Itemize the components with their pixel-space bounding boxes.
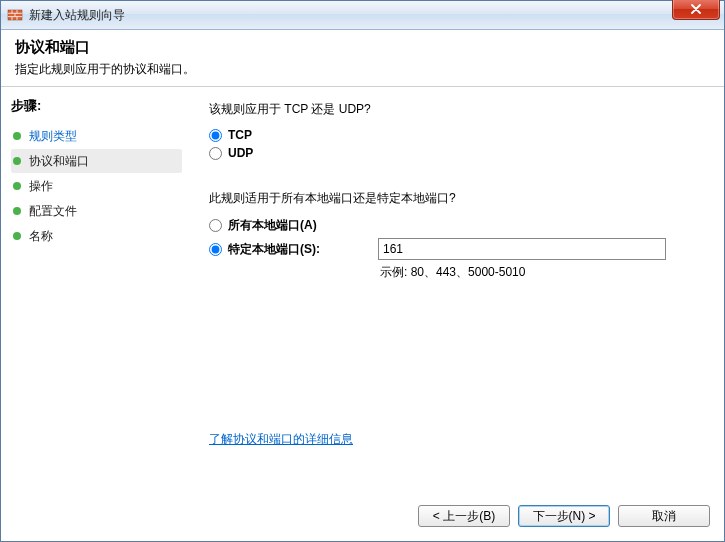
wizard-window: 新建入站规则向导 协议和端口 指定此规则应用于的协议和端口。 步骤: 规则类型 … [0,0,725,542]
titlebar: 新建入站规则向导 [1,1,724,30]
step-name[interactable]: 名称 [11,224,182,248]
next-button[interactable]: 下一步(N) > [518,505,610,527]
bullet-icon [13,157,21,165]
step-protocol-ports[interactable]: 协议和端口 [11,149,182,173]
body: 步骤: 规则类型 协议和端口 操作 配置文件 名称 [1,87,724,491]
port-input[interactable] [378,238,666,260]
steps-heading: 步骤: [11,97,182,115]
firewall-icon [7,7,23,23]
step-profile[interactable]: 配置文件 [11,199,182,223]
step-action[interactable]: 操作 [11,174,182,198]
page-subtitle: 指定此规则应用于的协议和端口。 [15,61,710,78]
radio-row-tcp: TCP [209,128,704,142]
radio-all-ports-label: 所有本地端口(A) [228,217,317,234]
bullet-icon [13,132,21,140]
learn-more-link[interactable]: 了解协议和端口的详细信息 [209,431,353,448]
close-button[interactable] [672,0,720,20]
radio-udp[interactable] [209,147,222,160]
port-example: 示例: 80、443、5000-5010 [380,264,704,281]
bullet-icon [13,232,21,240]
step-label: 规则类型 [29,128,77,145]
step-label: 操作 [29,178,53,195]
radio-tcp[interactable] [209,129,222,142]
content: 该规则应用于 TCP 还是 UDP? TCP UDP 此规则适用于所有本地端口还… [189,87,724,491]
radio-udp-label: UDP [228,146,253,160]
bullet-icon [13,207,21,215]
step-label: 协议和端口 [29,153,89,170]
header: 协议和端口 指定此规则应用于的协议和端口。 [1,30,724,87]
radio-row-udp: UDP [209,146,704,160]
steps-sidebar: 步骤: 规则类型 协议和端口 操作 配置文件 名称 [1,87,189,491]
cancel-button[interactable]: 取消 [618,505,710,527]
question-ports: 此规则适用于所有本地端口还是特定本地端口? [209,190,704,207]
step-label: 名称 [29,228,53,245]
radio-tcp-label: TCP [228,128,252,142]
radio-row-all-ports: 所有本地端口(A) [209,217,704,234]
step-rule-type[interactable]: 规则类型 [11,124,182,148]
bullet-icon [13,182,21,190]
radio-specific-ports-label: 特定本地端口(S): [228,241,378,258]
radio-row-specific-ports: 特定本地端口(S): [209,238,704,260]
close-icon [690,4,702,14]
footer: < 上一步(B) 下一步(N) > 取消 [1,491,724,541]
radio-all-ports[interactable] [209,219,222,232]
step-label: 配置文件 [29,203,77,220]
page-title: 协议和端口 [15,38,710,57]
back-button[interactable]: < 上一步(B) [418,505,510,527]
radio-specific-ports[interactable] [209,243,222,256]
question-protocol: 该规则应用于 TCP 还是 UDP? [209,101,704,118]
window-title: 新建入站规则向导 [29,7,125,24]
